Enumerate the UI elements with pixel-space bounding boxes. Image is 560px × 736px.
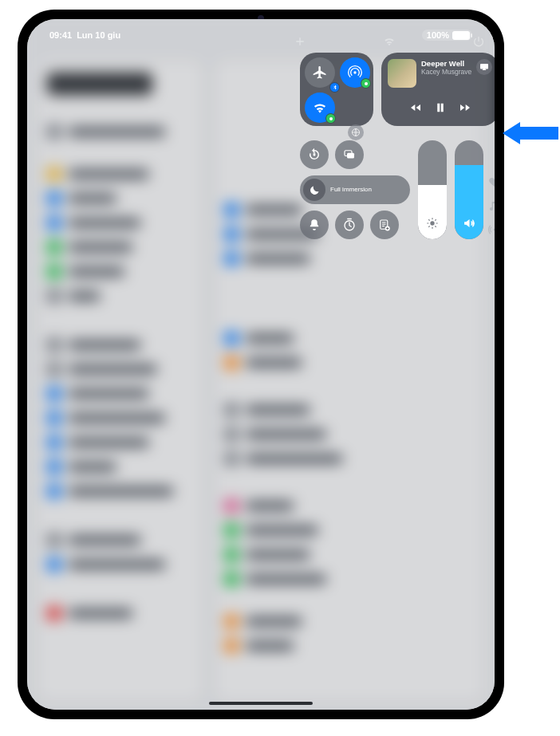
quick-note-button[interactable] [370,211,399,239]
play-pause-button[interactable] [433,100,448,118]
personal-hotspot-icon[interactable] [348,124,364,140]
control-center: Deeper Well Kacey Musgrave [300,53,483,239]
favorite-icon[interactable] [488,175,495,188]
svg-rect-4 [347,153,354,159]
screen: 09:41 Lun 10 giu 100% [27,19,495,710]
status-date: Lun 10 giu [77,30,120,40]
airdrop-active-badge [361,78,371,89]
svg-point-8 [430,221,434,225]
cellular-signal-icon[interactable] [488,223,495,236]
svg-rect-2 [314,153,316,155]
next-track-button[interactable] [459,101,471,117]
device-frame: 09:41 Lun 10 giu 100% [18,10,504,719]
volume-icon [463,217,475,233]
album-art [388,59,416,88]
volume-slider[interactable] [455,140,483,239]
extra-controls-column [488,175,495,236]
status-time: 09:41 [49,30,72,40]
airplay-button[interactable] [476,59,492,75]
wifi-toggle[interactable] [305,92,335,123]
moon-icon [303,179,325,201]
media-title: Deeper Well [421,59,471,68]
callout-arrow [503,122,558,144]
screen-mirroring-button[interactable] [335,140,364,169]
timer-button[interactable] [335,211,364,239]
music-icon[interactable] [488,199,495,212]
status-bar: 09:41 Lun 10 giu 100% [27,26,495,45]
svg-point-9 [494,229,495,231]
prev-track-button[interactable] [409,101,422,117]
brightness-slider[interactable] [418,140,447,239]
rotation-lock-button[interactable] [300,140,329,169]
battery-pct: 100% [427,30,449,40]
battery-indicator: 100% [422,30,472,41]
focus-mode-button[interactable]: Full immersion [300,175,410,204]
now-playing-module[interactable]: Deeper Well Kacey Musgrave [381,53,495,126]
airdrop-toggle[interactable] [340,57,370,88]
connectivity-module[interactable] [300,53,373,126]
focus-label: Full immersion [330,187,372,193]
media-artist: Kacey Musgrave [421,68,471,76]
silent-mode-button[interactable] [300,211,329,239]
brightness-icon [426,217,439,233]
svg-point-0 [353,71,356,73]
wifi-active-badge [325,113,336,124]
bluetooth-badge-icon [329,82,340,92]
home-indicator[interactable] [209,702,313,705]
